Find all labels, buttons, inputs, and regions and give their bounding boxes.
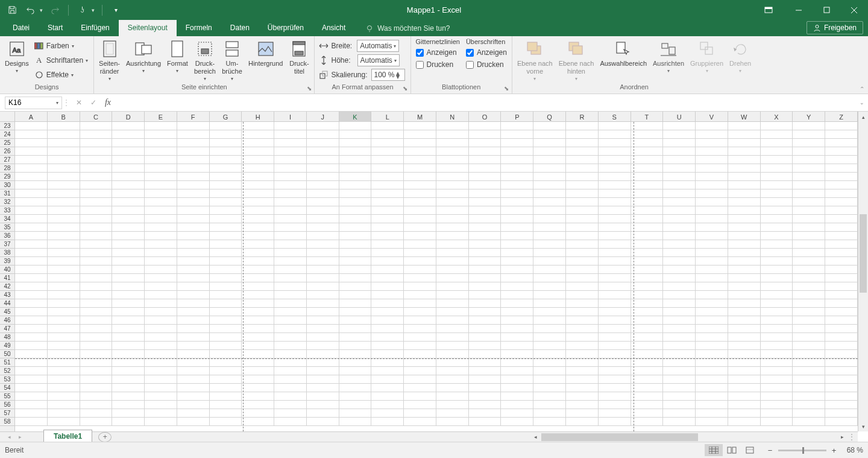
column-header[interactable]: P [501, 112, 533, 122]
cancel-formula-icon[interactable]: ✕ [72, 97, 86, 109]
gruppieren-button[interactable]: Gruppieren▾ [688, 38, 726, 74]
hoehe-input[interactable]: Automatis▾ [357, 54, 400, 66]
row-header[interactable]: 50 [0, 350, 15, 358]
column-header[interactable]: A [15, 112, 48, 122]
tab-file[interactable]: Datei [4, 20, 39, 36]
column-header[interactable]: Q [533, 112, 566, 122]
schriftarten-button[interactable]: ASchriftarten▾ [33, 54, 91, 67]
row-header[interactable]: 39 [0, 257, 15, 266]
row-header[interactable]: 38 [0, 249, 15, 257]
collapse-ribbon-icon[interactable]: ⌃ [860, 86, 864, 92]
row-header[interactable]: 42 [0, 282, 15, 291]
tab-formeln[interactable]: Formeln [177, 20, 221, 36]
row-header[interactable]: 40 [0, 266, 15, 274]
column-header[interactable]: E [145, 112, 177, 122]
scroll-right-icon[interactable]: ▸ [837, 432, 848, 442]
horizontal-scrollbar[interactable]: ◂ ▸ [530, 432, 848, 442]
tab-einfuegen[interactable]: Einfügen [72, 20, 118, 36]
column-header[interactable]: R [566, 112, 599, 122]
row-header[interactable]: 24 [0, 130, 15, 139]
row-header[interactable]: 57 [0, 409, 15, 418]
row-header[interactable]: 36 [0, 232, 15, 240]
seite-einrichten-launcher[interactable]: ⬊ [305, 84, 313, 92]
column-header[interactable]: L [371, 112, 404, 122]
auswahlbereich-button[interactable]: Auswahlbereich [597, 38, 649, 68]
row-header[interactable]: 23 [0, 122, 15, 130]
row-header[interactable]: 49 [0, 342, 15, 350]
format-button[interactable]: Format▾ [165, 38, 190, 74]
horizontal-scroll-thumb[interactable] [541, 433, 698, 441]
row-header[interactable]: 37 [0, 240, 15, 249]
vertical-scroll-thumb[interactable] [860, 214, 867, 293]
zoom-in-button[interactable]: + [830, 446, 838, 455]
drehen-button[interactable]: Drehen▾ [727, 38, 753, 74]
ribbon-display-icon[interactable] [755, 0, 782, 20]
breite-input[interactable]: Automatis▾ [357, 40, 399, 52]
row-header[interactable]: 58 [0, 418, 15, 426]
column-header[interactable]: K [339, 112, 372, 122]
row-header[interactable]: 34 [0, 215, 15, 223]
ebene-vorne-button[interactable]: Ebene nach vorne▾ [515, 38, 555, 81]
name-box[interactable]: K16▾ [5, 97, 62, 109]
seitenraender-button[interactable]: Seiten- ränder▾ [96, 38, 122, 81]
skalierung-input[interactable]: 100 %▴▾ [371, 69, 405, 81]
column-header[interactable]: J [307, 112, 339, 122]
drucktitel-button[interactable]: Druck- titel [286, 38, 312, 75]
effekte-button[interactable]: Effekte▾ [33, 68, 91, 81]
row-header[interactable]: 46 [0, 316, 15, 325]
row-header[interactable]: 30 [0, 181, 15, 189]
tell-me-search[interactable]: Was möchten Sie tun? [365, 20, 450, 36]
scroll-down-icon[interactable]: ▾ [858, 421, 868, 431]
column-header[interactable]: C [80, 112, 113, 122]
normal-view-icon[interactable] [705, 444, 723, 456]
ueber-anzeigen-checkbox[interactable]: Anzeigen [464, 46, 509, 59]
row-header[interactable]: 26 [0, 147, 15, 156]
chevron-down-icon[interactable]: ▾ [56, 100, 58, 106]
expand-formula-bar-icon[interactable]: ⌄ [856, 100, 868, 106]
column-header[interactable]: I [274, 112, 307, 122]
maximize-button[interactable] [813, 0, 840, 20]
column-header[interactable]: G [210, 112, 242, 122]
tab-ansicht[interactable]: Ansicht [313, 20, 354, 36]
insert-function-icon[interactable]: fx [101, 97, 115, 109]
undo-dropdown[interactable]: ▾ [40, 7, 43, 13]
select-all-cell[interactable] [0, 112, 15, 122]
tab-ueberpruefen[interactable]: Überprüfen [259, 20, 313, 36]
minimize-button[interactable] [785, 0, 813, 20]
touch-mode-icon[interactable] [76, 4, 88, 16]
ebene-hinten-button[interactable]: Ebene nach hinten▾ [556, 38, 597, 81]
row-header[interactable]: 47 [0, 325, 15, 333]
row-header[interactable]: 54 [0, 384, 15, 392]
close-button[interactable] [840, 0, 868, 20]
page-layout-view-icon[interactable] [723, 444, 741, 456]
row-header[interactable]: 53 [0, 375, 15, 384]
column-header[interactable]: N [436, 112, 469, 122]
column-header[interactable]: S [599, 112, 631, 122]
umbrueche-button[interactable]: Um- brüche▾ [219, 38, 245, 81]
row-header[interactable]: 25 [0, 139, 15, 147]
column-header[interactable]: T [631, 112, 664, 122]
sheet-nav-next[interactable]: ▸ [14, 434, 25, 440]
row-header[interactable]: 52 [0, 367, 15, 375]
row-header[interactable]: 31 [0, 189, 15, 198]
share-button[interactable]: Freigeben [807, 21, 863, 34]
druckbereich-button[interactable]: Druck- bereich▾ [192, 38, 218, 81]
designs-button[interactable]: Aa Designs ▾ [2, 38, 31, 74]
tab-seitenlayout[interactable]: Seitenlayout [119, 20, 177, 36]
an-format-launcher[interactable]: ⬊ [401, 84, 409, 92]
ausrichten-button[interactable]: Ausrichten▾ [650, 38, 687, 74]
undo-icon[interactable] [24, 4, 36, 16]
row-header[interactable]: 35 [0, 223, 15, 232]
ausrichtung-button[interactable]: Ausrichtung▾ [124, 38, 163, 74]
row-header[interactable]: 43 [0, 291, 15, 299]
sheet-nav-prev[interactable]: ◂ [4, 434, 14, 440]
column-header[interactable]: X [761, 112, 793, 122]
column-header[interactable]: O [469, 112, 502, 122]
row-header[interactable]: 51 [0, 358, 15, 367]
column-header[interactable]: M [404, 112, 436, 122]
column-header[interactable]: Z [825, 112, 858, 122]
tab-start[interactable]: Start [39, 20, 72, 36]
column-header[interactable]: F [177, 112, 210, 122]
qat-customize-icon[interactable]: ▾ [110, 4, 122, 16]
row-header[interactable]: 41 [0, 274, 15, 282]
